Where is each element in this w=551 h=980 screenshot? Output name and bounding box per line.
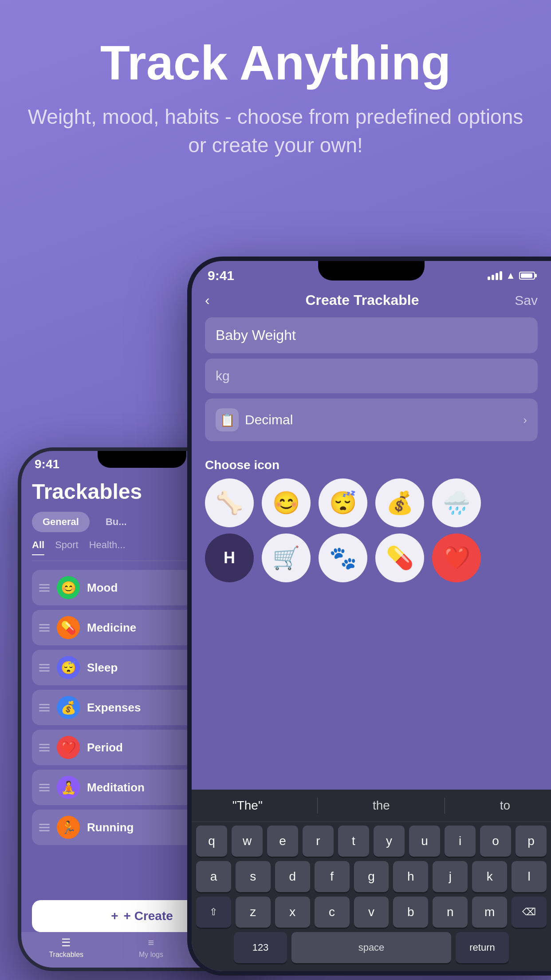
key-p[interactable]: p: [516, 826, 547, 857]
time-front: 9:41: [208, 268, 234, 283]
drag-handle[interactable]: [39, 624, 50, 632]
item-label-medicine: Medicine: [87, 621, 136, 635]
item-label-meditation: Meditation: [87, 781, 145, 794]
main-subtitle: Weight, mood, habits - choose from prede…: [27, 103, 524, 160]
key-z[interactable]: z: [236, 897, 271, 928]
phone-back-notch: [98, 451, 186, 468]
category-tab-general[interactable]: General: [32, 512, 90, 532]
unit-input[interactable]: kg: [216, 368, 527, 383]
key-o[interactable]: o: [480, 826, 511, 857]
key-s[interactable]: s: [236, 861, 271, 892]
item-icon-expenses: 💰: [57, 696, 80, 719]
key-l[interactable]: l: [512, 861, 547, 892]
icon-option-smile[interactable]: 😊: [262, 478, 311, 527]
icon-option-h[interactable]: H: [205, 533, 254, 582]
item-icon-meditation: 🧘: [57, 776, 80, 799]
key-d[interactable]: d: [275, 861, 310, 892]
phone-front-notch: [318, 261, 425, 281]
key-q[interactable]: q: [196, 826, 227, 857]
key-row-4: 123 space return: [196, 932, 547, 963]
nav-bar: ‹ Create Trackable Sav: [192, 283, 551, 313]
nav-item-logs[interactable]: ≡ My logs: [139, 937, 163, 959]
icon-option-bone[interactable]: 🦴: [205, 478, 254, 527]
trackables-nav-icon: ☰: [61, 937, 71, 949]
logs-nav-label: My logs: [139, 951, 163, 959]
wifi-icon-front: ▲: [506, 270, 516, 281]
key-i[interactable]: i: [445, 826, 476, 857]
key-x[interactable]: x: [275, 897, 310, 928]
drag-handle[interactable]: [39, 744, 50, 751]
choose-icon-label: Choose icon: [205, 458, 538, 472]
key-e[interactable]: e: [267, 826, 298, 857]
trackables-nav-label: Trackables: [49, 951, 83, 959]
icon-option-paw[interactable]: 🐾: [319, 533, 367, 582]
signal-icon-front: [488, 271, 502, 280]
create-trackable-title: Create Trackable: [305, 292, 419, 308]
filter-tab-all[interactable]: All: [32, 539, 44, 555]
key-f[interactable]: f: [315, 861, 350, 892]
key-b[interactable]: b: [393, 897, 428, 928]
key-shift[interactable]: ⇧: [196, 897, 231, 928]
icon-option-medicine[interactable]: 💊: [375, 533, 424, 582]
key-h[interactable]: h: [393, 861, 428, 892]
category-tab-bu[interactable]: Bu...: [95, 512, 138, 532]
pred-divider-1: [317, 798, 318, 814]
key-row-3: ⇧ z x c v b n m ⌫: [196, 897, 547, 928]
icon-option-cart[interactable]: 🛒: [262, 533, 311, 582]
key-a[interactable]: a: [196, 861, 231, 892]
filter-tab-health[interactable]: Health...: [89, 539, 126, 555]
key-return[interactable]: return: [456, 932, 509, 963]
drag-handle[interactable]: [39, 584, 50, 592]
name-input[interactable]: Baby Weight: [216, 327, 527, 344]
key-c[interactable]: c: [315, 897, 350, 928]
header: Track Anything Weight, mood, habits - ch…: [0, 0, 551, 178]
type-field[interactable]: 📋 Decimal ›: [205, 399, 538, 441]
icon-option-heart[interactable]: ❤️: [432, 533, 481, 582]
drag-handle[interactable]: [39, 784, 50, 791]
filter-tab-sport[interactable]: Sport: [55, 539, 79, 555]
decimal-icon: 📋: [216, 408, 239, 431]
drag-handle[interactable]: [39, 824, 50, 831]
item-label-mood: Mood: [87, 581, 118, 595]
icon-option-rain[interactable]: 🌧️: [432, 478, 481, 527]
back-button[interactable]: ‹: [205, 292, 210, 308]
nav-item-trackables[interactable]: ☰ Trackables: [49, 937, 83, 959]
key-k[interactable]: k: [472, 861, 507, 892]
key-g[interactable]: g: [354, 861, 389, 892]
key-m[interactable]: m: [472, 897, 507, 928]
key-w[interactable]: w: [232, 826, 263, 857]
name-field[interactable]: Baby Weight: [205, 317, 538, 353]
key-123[interactable]: 123: [234, 932, 287, 963]
logs-nav-icon: ≡: [148, 937, 154, 949]
pred-word-the[interactable]: the: [364, 796, 399, 815]
item-icon-mood: 😊: [57, 576, 80, 599]
status-icons-front: ▲: [488, 270, 535, 281]
create-plus-icon: +: [111, 909, 118, 923]
time-back: 9:41: [35, 457, 59, 471]
icon-option-wallet[interactable]: 💰: [375, 478, 424, 527]
keyboard-rows: q w e r t y u i o p a s d f g h: [192, 822, 551, 971]
unit-field[interactable]: kg: [205, 359, 538, 393]
phone-front: 9:41 ▲ ‹ Create Trackable Sav Ba: [187, 257, 551, 976]
icon-grid-row1: 🦴 😊 😴 💰 🌧️: [192, 478, 551, 527]
save-button[interactable]: Sav: [515, 293, 538, 308]
key-n[interactable]: n: [433, 897, 468, 928]
item-icon-period: ❤️: [57, 736, 80, 759]
key-r[interactable]: r: [303, 826, 334, 857]
item-label-sleep: Sleep: [87, 661, 118, 675]
key-row-1: q w e r t y u i o p: [196, 826, 547, 857]
type-selector[interactable]: 📋 Decimal ›: [216, 408, 527, 431]
item-icon-running: 🏃: [57, 816, 80, 839]
pred-word-to[interactable]: to: [491, 796, 519, 815]
drag-handle[interactable]: [39, 664, 50, 672]
key-backspace[interactable]: ⌫: [512, 897, 547, 928]
icon-option-sleep[interactable]: 😴: [319, 478, 367, 527]
key-space[interactable]: space: [291, 932, 451, 963]
key-j[interactable]: j: [433, 861, 468, 892]
key-t[interactable]: t: [338, 826, 369, 857]
key-u[interactable]: u: [409, 826, 440, 857]
key-v[interactable]: v: [354, 897, 389, 928]
drag-handle[interactable]: [39, 704, 50, 711]
key-y[interactable]: y: [374, 826, 405, 857]
pred-word-the-quoted[interactable]: "The": [224, 796, 272, 815]
